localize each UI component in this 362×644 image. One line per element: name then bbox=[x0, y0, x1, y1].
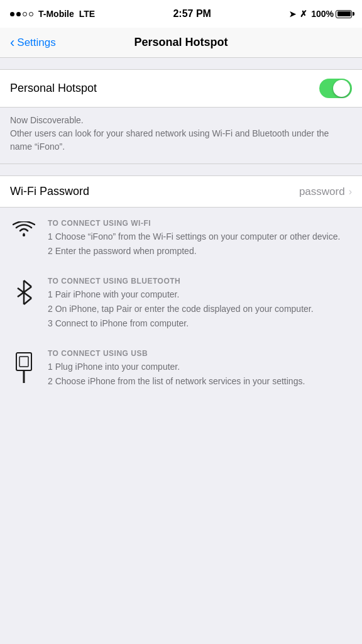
status-bar: T-Mobile LTE 2:57 PM ➤ ✗ 100% bbox=[0, 0, 362, 28]
wifi-instruction-title: TO CONNECT USING WI-FI bbox=[48, 219, 352, 228]
toggle-knob bbox=[333, 80, 350, 97]
usb-instruction-text: TO CONNECT USING USB 1 Plug iPhone into … bbox=[48, 349, 352, 389]
bluetooth-status-icon: ✗ bbox=[300, 9, 307, 19]
description-discoverable: Now Discoverable. bbox=[10, 114, 352, 127]
usb-icon bbox=[10, 349, 38, 384]
dot-4 bbox=[29, 12, 33, 16]
signal-dots bbox=[10, 12, 33, 16]
page-title: Personal Hotspot bbox=[134, 36, 228, 49]
wifi-password-value: password bbox=[299, 186, 345, 198]
wifi-instruction-block: TO CONNECT USING WI-FI 1 Choose “iFono” … bbox=[10, 219, 352, 259]
wifi-step-2: 2 Enter the password when prompted. bbox=[48, 245, 352, 258]
svg-point-0 bbox=[23, 234, 25, 236]
bluetooth-step-1: 1 Pair iPhone with your computer. bbox=[48, 288, 352, 301]
usb-instruction-block: TO CONNECT USING USB 1 Plug iPhone into … bbox=[10, 349, 352, 389]
section-gap-2 bbox=[0, 164, 362, 175]
battery-container: 100% bbox=[311, 9, 352, 19]
hotspot-toggle-label: Personal Hotspot bbox=[10, 82, 97, 95]
back-label: Settings bbox=[17, 36, 55, 49]
carrier-label: T-Mobile bbox=[38, 9, 74, 19]
bluetooth-instruction-text: TO CONNECT USING BLUETOOTH 1 Pair iPhone… bbox=[48, 277, 352, 331]
dot-3 bbox=[23, 12, 27, 16]
bluetooth-icon bbox=[10, 277, 38, 306]
status-right: ➤ ✗ 100% bbox=[289, 9, 352, 19]
back-chevron-icon: ‹ bbox=[10, 36, 14, 50]
hotspot-toggle-row: Personal Hotspot bbox=[0, 70, 362, 107]
usb-instruction-title: TO CONNECT USING USB bbox=[48, 349, 352, 358]
chevron-right-icon: › bbox=[349, 186, 352, 197]
battery-fill bbox=[337, 11, 351, 16]
bluetooth-step-2: 2 On iPhone, tap Pair or enter the code … bbox=[48, 303, 352, 316]
status-left: T-Mobile LTE bbox=[10, 9, 95, 19]
wifi-password-row[interactable]: Wi-Fi Password password › bbox=[0, 176, 362, 207]
hotspot-toggle[interactable] bbox=[319, 79, 352, 98]
wifi-password-label: Wi-Fi Password bbox=[10, 185, 89, 198]
battery-icon bbox=[336, 10, 352, 18]
wifi-password-right: password › bbox=[299, 186, 352, 198]
nav-bar: ‹ Settings Personal Hotspot bbox=[0, 28, 362, 58]
svg-line-2 bbox=[24, 280, 31, 287]
bluetooth-step-3: 3 Connect to iPhone from computer. bbox=[48, 317, 352, 330]
svg-rect-7 bbox=[19, 357, 28, 367]
wifi-password-section: Wi-Fi Password password › bbox=[0, 175, 362, 208]
bluetooth-instruction-block: TO CONNECT USING BLUETOOTH 1 Pair iPhone… bbox=[10, 277, 352, 331]
location-icon: ➤ bbox=[289, 9, 296, 19]
battery-percent: 100% bbox=[311, 9, 334, 19]
svg-rect-6 bbox=[16, 353, 31, 370]
dot-2 bbox=[16, 12, 21, 16]
wifi-icon bbox=[10, 219, 38, 238]
hotspot-toggle-section: Personal Hotspot bbox=[0, 69, 362, 108]
usb-step-2: 2 Choose iPhone from the list of network… bbox=[48, 375, 352, 388]
dot-1 bbox=[10, 12, 14, 16]
section-gap-1 bbox=[0, 58, 362, 69]
instructions-section: TO CONNECT USING WI-FI 1 Choose “iFono” … bbox=[0, 208, 362, 401]
hotspot-description: Now Discoverable. Other users can look f… bbox=[0, 108, 362, 164]
network-type: LTE bbox=[79, 9, 95, 19]
svg-line-5 bbox=[24, 298, 31, 304]
back-button[interactable]: ‹ Settings bbox=[10, 36, 56, 50]
description-details: Other users can look for your shared net… bbox=[10, 127, 352, 153]
wifi-instruction-text: TO CONNECT USING WI-FI 1 Choose “iFono” … bbox=[48, 219, 352, 259]
status-time: 2:57 PM bbox=[173, 8, 211, 19]
usb-step-1: 1 Plug iPhone into your computer. bbox=[48, 360, 352, 374]
wifi-step-1: 1 Choose “iFono” from the Wi-Fi settings… bbox=[48, 230, 352, 243]
bluetooth-instruction-title: TO CONNECT USING BLUETOOTH bbox=[48, 277, 352, 286]
